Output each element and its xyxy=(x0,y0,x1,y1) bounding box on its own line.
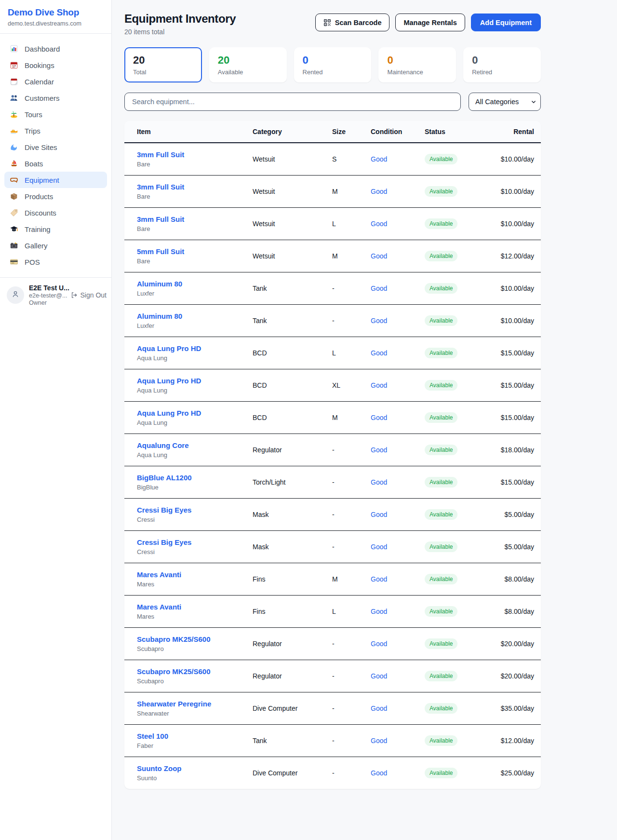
item-name-link[interactable]: 3mm Full Suit xyxy=(137,183,237,191)
item-name-link[interactable]: Aqua Lung Pro HD xyxy=(137,409,237,417)
table-row: Steel 100FaberTank-GoodAvailable$12.00/d… xyxy=(124,725,541,757)
condition-link[interactable]: Good xyxy=(371,672,387,680)
stat-card-total[interactable]: 20Total xyxy=(124,47,202,82)
item-name-link[interactable]: Mares Avanti xyxy=(137,603,237,611)
condition-link[interactable]: Good xyxy=(371,705,387,712)
stat-card-maintenance[interactable]: 0Maintenance xyxy=(378,47,456,82)
condition-link[interactable]: Good xyxy=(371,414,387,421)
add-equipment-button[interactable]: Add Equipment xyxy=(471,14,541,31)
condition-link[interactable]: Good xyxy=(371,608,387,615)
item-name-link[interactable]: Scubapro MK25/S600 xyxy=(137,635,237,643)
stat-label: Total xyxy=(133,68,193,76)
scan-barcode-button[interactable]: Scan Barcode xyxy=(315,14,390,31)
item-size: S xyxy=(324,143,363,176)
condition-link[interactable]: Good xyxy=(371,737,387,745)
condition-link[interactable]: Good xyxy=(371,446,387,454)
item-category: Dive Computer xyxy=(245,757,324,789)
column-header-category: Category xyxy=(245,121,324,143)
rental-price: $10.00/day xyxy=(489,272,541,305)
condition-link[interactable]: Good xyxy=(371,317,387,325)
item-name-link[interactable]: Aluminum 80 xyxy=(137,312,237,320)
item-name-link[interactable]: Cressi Big Eyes xyxy=(137,506,237,514)
column-header-status: Status xyxy=(417,121,489,143)
sidebar-item-gallery[interactable]: Gallery xyxy=(4,237,107,254)
table-body: 3mm Full SuitBareWetsuitSGoodAvailable$1… xyxy=(124,143,541,789)
item-name-link[interactable]: BigBlue AL1200 xyxy=(137,474,237,482)
item-brand: Bare xyxy=(137,225,237,232)
sidebar-item-boats[interactable]: Boats xyxy=(4,155,107,172)
stat-value: 0 xyxy=(303,54,363,66)
category-filter-select[interactable]: All Categories xyxy=(469,93,541,111)
sidebar-item-products[interactable]: Products xyxy=(4,188,107,204)
sidebar-item-training[interactable]: Training xyxy=(4,221,107,237)
item-name-link[interactable]: Aqualung Core xyxy=(137,441,237,449)
sidebar-item-label: Training xyxy=(25,225,51,233)
condition-link[interactable]: Good xyxy=(371,349,387,357)
condition-link[interactable]: Good xyxy=(371,543,387,551)
condition-link[interactable]: Good xyxy=(371,155,387,163)
search-input[interactable] xyxy=(124,93,461,111)
sidebar-item-trips[interactable]: Trips xyxy=(4,122,107,139)
condition-link[interactable]: Good xyxy=(371,640,387,648)
items-total-count: 20 items total xyxy=(124,28,236,36)
item-brand: Scubapro xyxy=(137,645,237,652)
sign-out-button[interactable]: Sign Out xyxy=(70,291,107,299)
condition-link[interactable]: Good xyxy=(371,285,387,292)
item-brand: Bare xyxy=(137,257,237,265)
condition-link[interactable]: Good xyxy=(371,188,387,195)
item-name-link[interactable]: Aqua Lung Pro HD xyxy=(137,377,237,385)
item-size: - xyxy=(324,434,363,466)
condition-link[interactable]: Good xyxy=(371,252,387,260)
stat-card-rented[interactable]: 0Rented xyxy=(294,47,372,82)
item-name-link[interactable]: Suunto Zoop xyxy=(137,764,237,772)
stat-card-available[interactable]: 20Available xyxy=(209,47,287,82)
item-name-link[interactable]: 3mm Full Suit xyxy=(137,150,237,159)
item-name-link[interactable]: Scubapro MK25/S600 xyxy=(137,667,237,676)
stat-value: 20 xyxy=(218,54,278,66)
sidebar-item-discounts[interactable]: Discounts xyxy=(4,204,107,221)
brand-title: Demo Dive Shop xyxy=(8,7,104,18)
condition-link[interactable]: Good xyxy=(371,575,387,583)
sidebar-item-calendar[interactable]: Calendar xyxy=(4,73,107,90)
tear-calendar-icon xyxy=(10,77,18,86)
item-brand: Luxfer xyxy=(137,290,237,297)
rental-price: $18.00/day xyxy=(489,434,541,466)
item-name-link[interactable]: Shearwater Peregrine xyxy=(137,700,237,708)
condition-link[interactable]: Good xyxy=(371,220,387,228)
item-size: - xyxy=(324,531,363,563)
user-info: E2E Test U... e2e-tester@... Owner xyxy=(29,284,66,306)
sidebar-item-label: Equipment xyxy=(25,176,59,184)
sidebar-item-customers[interactable]: Customers xyxy=(4,90,107,106)
page-header: Equipment Inventory 20 items total Scan … xyxy=(124,12,541,36)
item-name-link[interactable]: Mares Avanti xyxy=(137,570,237,579)
grad-cap-icon xyxy=(10,225,18,233)
table-row: Aqua Lung Pro HDAqua LungBCDLGoodAvailab… xyxy=(124,337,541,369)
goggles-icon xyxy=(10,176,18,184)
page-title: Equipment Inventory xyxy=(124,12,236,26)
item-name-link[interactable]: 5mm Full Suit xyxy=(137,247,237,256)
condition-link[interactable]: Good xyxy=(371,478,387,486)
sidebar-item-pos[interactable]: POS xyxy=(4,254,107,270)
item-name-link[interactable]: Steel 100 xyxy=(137,732,237,740)
sidebar-item-equipment[interactable]: Equipment xyxy=(4,172,107,188)
condition-link[interactable]: Good xyxy=(371,769,387,777)
table-row: 3mm Full SuitBareWetsuitMGoodAvailable$1… xyxy=(124,176,541,208)
sidebar-item-dashboard[interactable]: Dashboard xyxy=(4,41,107,57)
people-icon xyxy=(10,94,18,102)
box-icon xyxy=(10,192,18,201)
item-name-link[interactable]: Aluminum 80 xyxy=(137,280,237,288)
table-row: 5mm Full SuitBareWetsuitMGoodAvailable$1… xyxy=(124,240,541,272)
condition-link[interactable]: Good xyxy=(371,511,387,518)
stat-card-retired[interactable]: 0Retired xyxy=(463,47,541,82)
item-brand: Shearwater xyxy=(137,710,237,717)
item-name-link[interactable]: Aqua Lung Pro HD xyxy=(137,344,237,352)
item-brand: Aqua Lung xyxy=(137,419,237,426)
condition-link[interactable]: Good xyxy=(371,381,387,389)
rental-price: $10.00/day xyxy=(489,305,541,337)
sidebar-item-dive-sites[interactable]: Dive Sites xyxy=(4,139,107,155)
sidebar-item-tours[interactable]: Tours xyxy=(4,106,107,122)
item-name-link[interactable]: Cressi Big Eyes xyxy=(137,538,237,546)
manage-rentals-button[interactable]: Manage Rentals xyxy=(395,14,465,31)
item-name-link[interactable]: 3mm Full Suit xyxy=(137,215,237,223)
sidebar-item-bookings[interactable]: 17Bookings xyxy=(4,57,107,73)
